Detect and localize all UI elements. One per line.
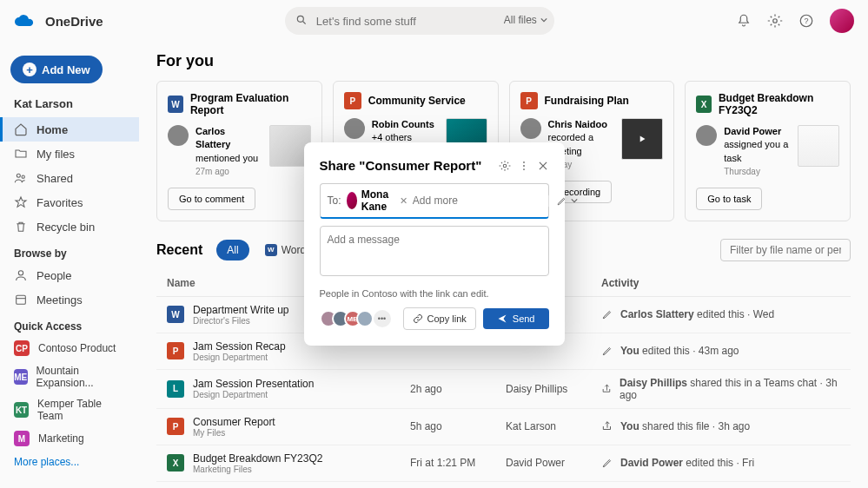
- pencil-icon: [556, 195, 567, 207]
- permission-note: People in Contoso with the link can edit…: [320, 288, 549, 299]
- to-label: To:: [328, 195, 341, 207]
- dialog-overlay: Share "Consumer Report" To: Mona Kane ✕ …: [0, 0, 868, 488]
- close-icon[interactable]: [537, 160, 549, 172]
- add-more-input[interactable]: [413, 195, 543, 207]
- recipient-chip: Mona Kane ✕: [347, 188, 407, 213]
- permission-dropdown[interactable]: [548, 195, 578, 207]
- message-input[interactable]: [320, 226, 549, 276]
- shared-with-avatars[interactable]: ME: [320, 310, 368, 327]
- svg-point-10: [503, 164, 507, 168]
- more-icon[interactable]: [518, 160, 530, 172]
- send-icon: [497, 313, 507, 324]
- chevron-down-icon: [571, 197, 578, 204]
- dialog-title: Share "Consumer Report": [320, 158, 492, 173]
- svg-point-11: [523, 161, 525, 162]
- gear-icon[interactable]: [499, 160, 511, 172]
- remove-chip-icon[interactable]: ✕: [400, 195, 407, 207]
- recipients-field[interactable]: To: Mona Kane ✕: [320, 183, 549, 219]
- avatar-icon: [347, 192, 357, 209]
- more-people-icon[interactable]: •••: [374, 310, 391, 327]
- svg-point-13: [523, 168, 525, 170]
- link-icon: [413, 313, 423, 324]
- svg-point-12: [523, 165, 525, 167]
- share-dialog: Share "Consumer Report" To: Mona Kane ✕ …: [304, 142, 565, 346]
- send-button[interactable]: Send: [483, 308, 549, 329]
- copy-link-button[interactable]: Copy link: [403, 307, 476, 330]
